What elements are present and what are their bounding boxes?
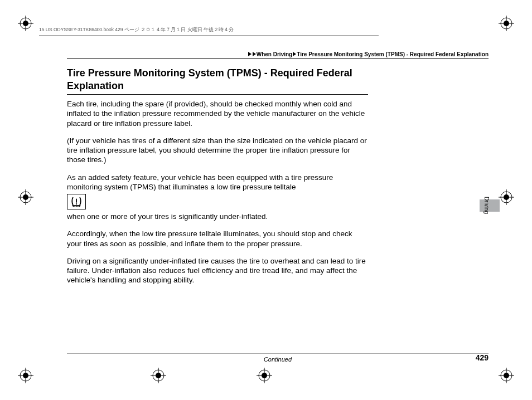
registration-mark-icon xyxy=(151,368,166,383)
page-title: Tire Pressure Monitoring System (TPMS) -… xyxy=(67,67,368,95)
registration-mark-icon xyxy=(499,16,514,31)
book-source-header: 15 US ODYSSEY-31TK86400.book 429 ページ ２０１… xyxy=(39,27,379,36)
triangle-icon xyxy=(253,52,256,56)
breadcrumb-section: When Driving xyxy=(257,51,292,57)
registration-mark-icon xyxy=(18,368,33,383)
page-content: Tire Pressure Monitoring System (TPMS) -… xyxy=(67,67,368,293)
body-paragraph: Each tire, including the spare (if provi… xyxy=(67,99,368,128)
breadcrumb: When DrivingTire Pressure Monitoring Sys… xyxy=(67,51,489,59)
body-paragraph: (If your vehicle has tires of a differen… xyxy=(67,136,368,165)
tpms-warning-icon xyxy=(67,194,86,209)
body-paragraph: Accordingly, when the low tire pressure … xyxy=(67,229,368,248)
triangle-icon xyxy=(248,52,252,56)
registration-mark-icon xyxy=(18,16,33,31)
body-paragraph: when one or more of your tires is signif… xyxy=(67,212,368,221)
registration-mark-icon xyxy=(499,368,514,383)
breadcrumb-subsection: Tire Pressure Monitoring System (TPMS) -… xyxy=(297,51,489,57)
svg-point-33 xyxy=(76,203,77,204)
section-tab-label: Driving xyxy=(483,197,490,214)
page-number: 429 xyxy=(476,353,489,362)
continued-label: Continued xyxy=(67,353,489,363)
triangle-icon xyxy=(293,52,296,56)
body-paragraph: As an added safety feature, your vehicle… xyxy=(67,173,368,192)
registration-mark-icon xyxy=(18,189,33,205)
registration-mark-icon xyxy=(499,189,514,205)
registration-mark-icon xyxy=(257,368,272,383)
body-paragraph: Driving on a significantly under-inflate… xyxy=(67,256,368,285)
